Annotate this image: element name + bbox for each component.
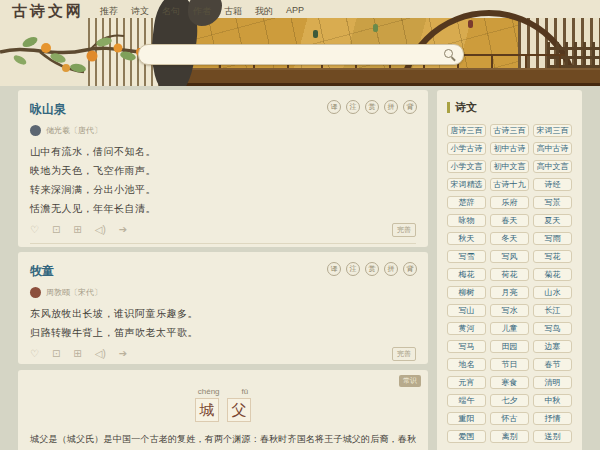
sidebar-tag-link[interactable]: 写花 [533,250,572,263]
site-logo[interactable]: 古诗文网 [12,2,84,21]
poem-card: 牧童 译注赏拼背 周敦颐〔宋代〕 东风放牧出长坡，谁识阿童乐趣多。归路转鞭牛背上… [18,252,428,364]
sidebar-tag-link[interactable]: 爱国 [447,430,486,443]
sidebar-tag-link[interactable]: 离别 [490,430,529,443]
sidebar-tag-link[interactable]: 春天 [490,214,529,227]
nav-item[interactable]: APP [286,5,304,18]
poem-body: 东风放牧出长坡，谁识阿童乐趣多。归路转鞭牛背上，笛声吹老太平歌。 [30,304,416,342]
sidebar-tag-link[interactable]: 夏天 [533,214,572,227]
poem-title[interactable]: 咏山泉 [30,101,66,118]
sidebar-tag-link[interactable]: 写鸟 [533,322,572,335]
sidebar-tag-link[interactable]: 抒情 [533,412,572,425]
sidebar-tag-link[interactable]: 春节 [533,358,572,371]
correct-icon[interactable]: ⊡ [52,348,60,360]
sidebar-tag-link[interactable]: 初中文言 [490,160,529,173]
sidebar-tag-link[interactable]: 冬天 [490,232,529,245]
sidebar-tag-link[interactable]: 乐府 [490,196,529,209]
sidebar-tag-link[interactable]: 寒食 [490,376,529,389]
sidebar-tag-link[interactable]: 诗经 [533,178,572,191]
sidebar-tag-link[interactable]: 月亮 [490,286,529,299]
collect-icon[interactable]: ⊞ [73,348,81,360]
sidebar-tag-link[interactable]: 咏物 [447,214,486,227]
sidebar-tag-link[interactable]: 宋词精选 [447,178,486,191]
nav-item[interactable]: 诗文 [131,5,149,18]
sidebar-tag-link[interactable]: 柳树 [447,286,486,299]
improve-button[interactable]: 完善 [392,347,416,361]
collect-icon[interactable]: ⊞ [73,224,81,236]
sidebar-tag-link[interactable]: 初中古诗 [490,142,529,155]
avatar[interactable] [30,125,41,136]
share-icon[interactable]: ➔ [119,348,127,360]
sidebar-tag-link[interactable]: 写马 [447,340,486,353]
audio-icon[interactable]: ◁) [95,224,106,236]
share-icon[interactable]: ➔ [119,224,127,236]
nav-item[interactable]: 我的 [255,5,273,18]
poem-tool-icon[interactable]: 赏 [365,262,379,276]
nav-item[interactable]: 作者 [193,5,211,18]
poem-tool-icon[interactable]: 拼 [384,100,398,114]
search-icon[interactable] [444,49,453,58]
knowledge-card: 常识 chéngfǔ 城父 城父是（城父氏）是中国一个古老的复姓，有两个渊源：春… [18,370,428,450]
like-icon[interactable]: ♡ [30,348,39,360]
sidebar-tag-link[interactable]: 地名 [447,358,486,371]
sidebar-accent-bar [447,102,450,113]
search-input[interactable] [139,45,463,64]
sidebar-tag-link[interactable]: 写山 [447,304,486,317]
card-divider [30,243,416,244]
sidebar-tag-link[interactable]: 端午 [447,394,486,407]
sidebar-tag-link[interactable]: 重阳 [447,412,486,425]
sidebar-tag-link[interactable]: 写雨 [533,232,572,245]
sidebar-tag-link[interactable]: 梅花 [447,268,486,281]
poem-tool-icon[interactable]: 拼 [384,262,398,276]
sidebar-tag-link[interactable]: 山水 [533,286,572,299]
sidebar-tag-link[interactable]: 边塞 [533,340,572,353]
poem-author[interactable]: 周敦颐〔宋代〕 [46,287,102,298]
poem-tool-icon[interactable]: 背 [403,262,417,276]
sidebar-tag-link[interactable]: 写水 [490,304,529,317]
sidebar-tag-link[interactable]: 写景 [533,196,572,209]
nav-item[interactable]: 名句 [162,5,180,18]
poem-action-icons: ♡⊡⊞◁)➔ [30,348,127,360]
poem-tool-icon[interactable]: 背 [403,100,417,114]
sidebar-tag-link[interactable]: 小学古诗 [447,142,486,155]
sidebar-tag-link[interactable]: 楚辞 [447,196,486,209]
sidebar-tag-link[interactable]: 写风 [490,250,529,263]
sidebar-tag-link[interactable]: 荷花 [490,268,529,281]
poem-tool-icon[interactable]: 赏 [365,100,379,114]
sidebar-tag-link[interactable]: 小学文言 [447,160,486,173]
sidebar-tag-link[interactable]: 秋天 [447,232,486,245]
sidebar-tag-link[interactable]: 儿童 [490,322,529,335]
sidebar-tag-link[interactable]: 高中古诗 [533,142,572,155]
poem-tool-icon[interactable]: 译 [327,262,341,276]
sidebar-tag-link[interactable]: 清明 [533,376,572,389]
poem-author[interactable]: 储光羲〔唐代〕 [46,125,102,136]
sidebar-tag-link[interactable]: 宋词三百 [533,124,572,137]
sidebar-tag-link[interactable]: 七夕 [490,394,529,407]
nav-item[interactable]: 古籍 [224,5,242,18]
poem-tool-icon[interactable]: 注 [346,262,360,276]
nav-item[interactable]: 推荐 [100,5,118,18]
sidebar-tag-link[interactable]: 怀古 [490,412,529,425]
sidebar-tag-link[interactable]: 长江 [533,304,572,317]
avatar[interactable] [30,287,41,298]
correct-icon[interactable]: ⊡ [52,224,60,236]
sidebar-tag-link[interactable]: 节日 [490,358,529,371]
sidebar-tag-link[interactable]: 中秋 [533,394,572,407]
poem-title[interactable]: 牧童 [30,263,54,280]
sidebar-tag-link[interactable]: 高中文言 [533,160,572,173]
sidebar-title-row: 诗文 [447,100,572,115]
sidebar-tag-link[interactable]: 古诗十九 [490,178,529,191]
sidebar-tag-link[interactable]: 送别 [533,430,572,443]
sidebar-tag-link[interactable]: 菊花 [533,268,572,281]
like-icon[interactable]: ♡ [30,224,39,236]
improve-button[interactable]: 完善 [392,223,416,237]
sidebar-tag-link[interactable]: 写雪 [447,250,486,263]
sidebar-tag-link[interactable]: 古诗三百 [490,124,529,137]
poem-tool-icon[interactable]: 注 [346,100,360,114]
poem-tool-icons: 译注赏拼背 [327,100,417,114]
sidebar-tag-link[interactable]: 田园 [490,340,529,353]
sidebar-tag-link[interactable]: 唐诗三百 [447,124,486,137]
poem-tool-icon[interactable]: 译 [327,100,341,114]
sidebar-tag-link[interactable]: 元宵 [447,376,486,389]
sidebar-tag-link[interactable]: 黄河 [447,322,486,335]
audio-icon[interactable]: ◁) [95,348,106,360]
